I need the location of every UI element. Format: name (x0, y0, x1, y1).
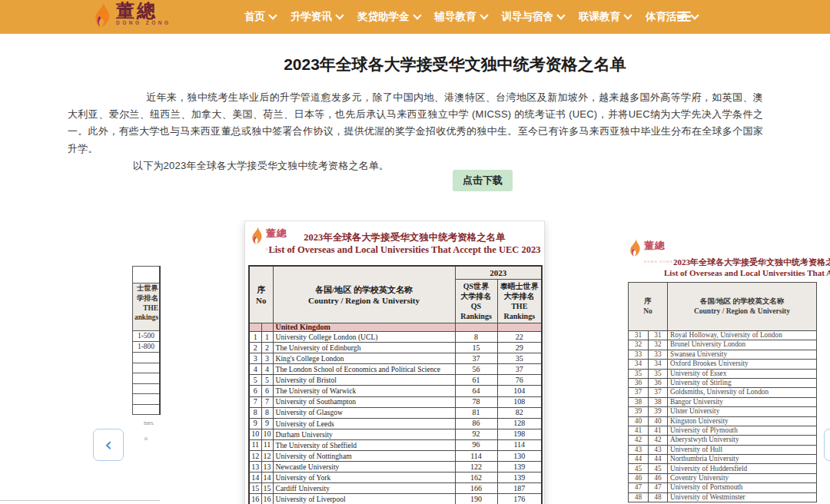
table-cell: 10 (249, 429, 261, 439)
table-row: 3939Ulster University (629, 407, 817, 416)
hamburger-menu-icon[interactable] (677, 12, 691, 22)
table-cell: 64 (455, 386, 497, 396)
table-row: 99University of Leeds86128 (249, 418, 542, 429)
table-cell: University of York (273, 472, 455, 483)
table-cell: 44 (649, 455, 668, 464)
table-cell: 11 (261, 439, 273, 450)
site-logo[interactable]: 董總 DONG ZONG (93, 2, 171, 29)
table-cell: 35 (649, 369, 668, 378)
table-cell: Oxford Brookes University (668, 360, 817, 369)
table-cell: University of Hull (668, 445, 817, 454)
table-row: 4343University of Hull (629, 445, 817, 454)
table-cell: 8 (455, 332, 497, 343)
nav-item[interactable]: 联课教育 (579, 10, 631, 24)
table-row: 3838Bangor University (629, 397, 817, 406)
table-cell: 32 (629, 340, 649, 350)
table-cell: 187 (497, 483, 542, 494)
carousel-next-button[interactable]: › (824, 429, 830, 461)
carousel-prev-button[interactable]: ‹ (93, 429, 124, 461)
nav-item[interactable]: 训导与宿舍 (502, 10, 565, 24)
table-cell: 4 (249, 364, 261, 375)
table-cell (455, 323, 497, 332)
table-row-fragment (133, 405, 159, 416)
main-nav-menu: 首页升学资讯奖贷助学金辅导教育训导与宿舍联课教育体育活动 (244, 0, 698, 34)
table-row-fragment (133, 394, 159, 405)
download-button[interactable]: 点击下载 (453, 170, 513, 191)
table-row-fragment: 1-500 (133, 331, 159, 342)
table-row: 1414University of York162139 (249, 472, 542, 483)
table-cell: 3 (261, 353, 273, 364)
table-cell: 78 (455, 396, 497, 407)
table-cell: 82 (497, 407, 542, 418)
table-row: 4848University of Westminster (629, 492, 817, 502)
table-cell: University College London (UCL) (273, 332, 455, 343)
table-cell: 8 (261, 407, 273, 418)
table-cell: 34 (649, 360, 668, 369)
table-cell: 36 (649, 378, 668, 387)
fragment-note-text: mes. (144, 419, 154, 426)
table-cell: 37 (455, 353, 497, 364)
table-cell: University of Westminster (668, 492, 817, 502)
nav-item[interactable]: 升学资讯 (290, 10, 343, 24)
table-cell: 38 (629, 397, 649, 406)
table-cell: 104 (497, 386, 542, 396)
prev-page-fragment: 士世界 学排名 THE ankings 1-5001-800 (132, 266, 161, 415)
table-cell: 122 (455, 462, 497, 472)
table-cell: 42 (649, 436, 668, 445)
intro-text: 近年来，独中统考生毕业后的升学管道愈发多元，除了中国内地、港澳特区、台湾地区及新… (68, 89, 763, 174)
table-cell: 176 (497, 494, 542, 504)
table-cell (261, 323, 273, 332)
table-cell: University of Plymouth (668, 426, 817, 435)
nav-item-label: 训导与宿舍 (502, 10, 554, 24)
table-cell: 128 (497, 418, 542, 429)
table-cell: 8 (249, 407, 261, 418)
nav-item-label: 奖贷助学金 (357, 10, 410, 24)
chevron-down-icon (690, 11, 699, 19)
table-row: 4141University of Plymouth (629, 426, 817, 435)
table-row: 1212University of Nottingham114130 (249, 451, 542, 462)
table-cell: 14 (249, 472, 261, 483)
chevron-down-icon (413, 11, 421, 19)
table-row-fragment (133, 384, 159, 395)
uec-universities-table-page2: 序 No 各国/地区 的学校英文名称 Country / Region & Un… (628, 282, 817, 502)
col-header-qs-rankings: QS世界 大学排名 QS Rankings (455, 280, 497, 323)
table-cell: 6 (261, 386, 273, 396)
table-cell: 7 (249, 396, 261, 407)
table-cell: 139 (497, 462, 542, 472)
table-row: 4545University of Huddersfield (629, 464, 817, 473)
table-cell: 7 (261, 396, 273, 407)
doc-title-en: List of Overseas and Local Universities … (268, 244, 541, 256)
table-cell: 198 (497, 429, 542, 439)
table-cell: 33 (629, 350, 649, 359)
table-row: 3131Royal Holloway, University of London (629, 331, 817, 340)
table-cell: 16 (249, 494, 261, 504)
chevron-down-icon (335, 11, 344, 19)
nav-item[interactable]: 辅导教育 (435, 10, 487, 24)
col-header-university: 各国/地区 的学校英文名称 Country / Region & Univers… (668, 283, 817, 331)
document-page-current: 董總 DONG ZONG 2023年全球各大学接受华文独中统考资格之名单 Lis… (244, 220, 545, 504)
table-cell: 2 (249, 343, 261, 353)
table-row: 22The University of Edinburgh1529 (249, 343, 542, 353)
table-cell: 11 (249, 439, 261, 450)
doc-title-zh: 2023年全球各大学接受华文独中统考资格之 (673, 257, 830, 268)
nav-item[interactable]: 首页 (244, 10, 276, 24)
table-cell: 14 (261, 472, 273, 483)
chevron-down-icon (623, 11, 632, 19)
table-cell: 12 (261, 451, 273, 462)
table-cell: University of Liverpool (273, 494, 455, 504)
nav-item[interactable]: 奖贷助学金 (357, 10, 420, 24)
table-row: 44The London School of Economics and Pol… (249, 364, 542, 375)
fragment-year-cell (133, 266, 159, 284)
table-cell: The University of Edinburgh (273, 343, 455, 353)
table-cell: 48 (629, 492, 649, 502)
col-header-university: 各国/地区 的学校英文名称 Country / Region & Univers… (273, 266, 455, 323)
table-cell: 35 (629, 369, 649, 378)
table-cell: 15 (249, 483, 261, 494)
table-cell: Northumbria University (668, 455, 817, 464)
table-cell: University of Nottingham (273, 451, 455, 462)
table-cell: 22 (497, 332, 542, 343)
table-row: 55University of Bristol6176 (249, 375, 542, 386)
nav-item-label: 联课教育 (579, 10, 620, 24)
table-cell: Brunel University London (668, 340, 817, 350)
table-cell: 46 (629, 473, 649, 482)
